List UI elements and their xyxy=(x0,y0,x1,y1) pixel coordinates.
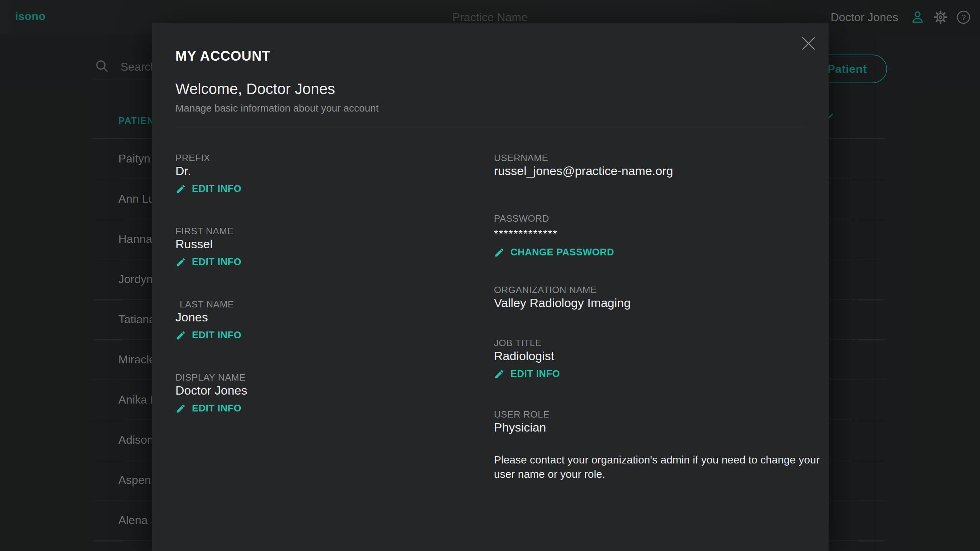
divider xyxy=(175,127,806,127)
field-label: ORGANIZATION NAME xyxy=(494,285,597,296)
field-value: Russel xyxy=(175,237,213,251)
field-label: LAST NAME xyxy=(180,299,234,310)
pencil-icon xyxy=(175,257,186,268)
welcome-heading: Welcome, Doctor Jones xyxy=(175,80,335,97)
field-value: ************* xyxy=(494,228,558,240)
close-icon[interactable] xyxy=(800,35,817,52)
field-label: USER ROLE xyxy=(494,409,550,420)
edit-info-link[interactable]: EDIT INFO xyxy=(175,403,242,414)
my-account-modal: MY ACCOUNT Welcome, Doctor Jones Manage … xyxy=(152,23,829,551)
edit-info-link[interactable]: EDIT INFO xyxy=(175,183,242,194)
pencil-icon xyxy=(494,247,505,258)
field-value: Valley Radiology Imaging xyxy=(494,296,631,310)
edit-info-link[interactable]: EDIT INFO xyxy=(175,330,242,341)
screen: isono Practice Name Doctor Jones ? xyxy=(0,0,980,551)
field-value: Doctor Jones xyxy=(175,384,247,398)
field-value: Physician xyxy=(494,420,546,435)
field-label: DISPLAY NAME xyxy=(175,372,246,383)
field-value: Dr. xyxy=(175,164,191,178)
field-value: russel_jones@practice-name.org xyxy=(494,164,673,178)
edit-info-link[interactable]: EDIT INFO xyxy=(175,256,242,268)
pencil-icon xyxy=(175,403,186,414)
pencil-icon xyxy=(494,369,505,379)
pencil-icon xyxy=(175,184,186,194)
welcome-subtitle: Manage basic information about your acco… xyxy=(175,103,379,114)
field-label: FIRST NAME xyxy=(175,226,234,237)
field-label: JOB TITLE xyxy=(494,338,542,349)
pencil-icon xyxy=(175,330,186,341)
edit-info-link[interactable]: EDIT INFO xyxy=(494,368,560,379)
change-password-link[interactable]: CHANGE PASSWORD xyxy=(494,247,614,258)
field-label: PASSWORD xyxy=(494,213,549,224)
field-label: PREFIX xyxy=(175,153,210,164)
field-value: Radiologist xyxy=(494,349,554,363)
field-value: Jones xyxy=(175,310,208,324)
field-label: USERNAME xyxy=(494,153,548,164)
admin-contact-note: Please contact your organization's admin… xyxy=(494,453,835,481)
modal-title: MY ACCOUNT xyxy=(175,48,270,64)
